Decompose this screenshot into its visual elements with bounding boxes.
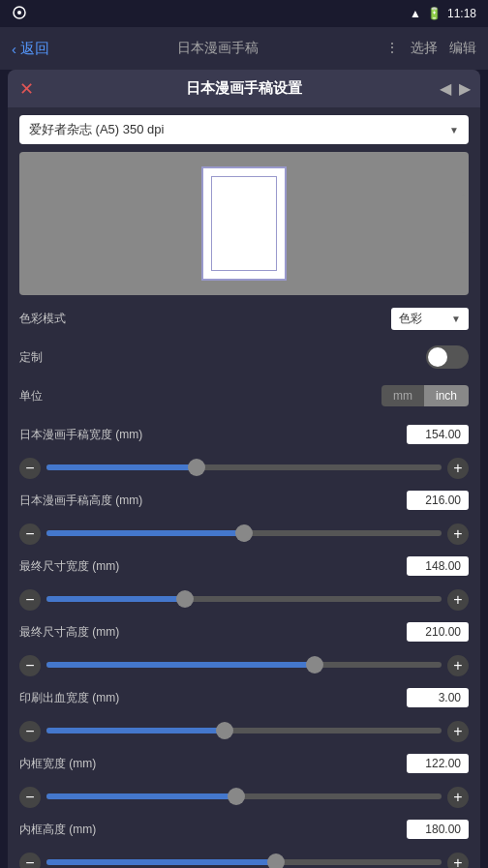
more-icon[interactable]: ⋮ [385, 40, 399, 57]
preset-row: 爱好者杂志 (A5) 350 dpi ▼ [8, 107, 480, 152]
inner-frame-width-label: 内框宽度 (mm) [19, 756, 407, 772]
battery-icon: 🔋 [427, 7, 442, 20]
color-mode-chevron-icon: ▼ [451, 314, 461, 324]
preview-inner-frame [211, 176, 277, 271]
inner-frame-height-minus[interactable]: − [19, 853, 41, 868]
final-height-slider[interactable] [46, 662, 442, 670]
final-height-minus[interactable]: − [19, 655, 41, 676]
final-width-plus[interactable]: + [447, 589, 469, 611]
inner-frame-width-slider-row: − + [19, 787, 469, 808]
bleed-width-plus[interactable]: + [447, 721, 469, 742]
manga-height-slider[interactable] [46, 530, 442, 538]
unit-mm-button[interactable]: mm [381, 385, 424, 406]
custom-row: 定制 [19, 342, 469, 373]
dialog-nav-icons: ◀ ▶ [440, 79, 471, 98]
inner-frame-height-slider-row: − + [19, 853, 469, 868]
settings-content: 色彩模式 色彩 ▼ 定制 单位 mm inch 日本漫画手稿宽度 (mm) 15… [8, 303, 480, 868]
bleed-width-value: 3.00 [407, 688, 469, 707]
custom-label: 定制 [19, 349, 426, 366]
inner-frame-width-value: 122.00 [407, 754, 469, 773]
final-width-slider[interactable] [46, 596, 442, 604]
close-button[interactable]: ✕ [19, 78, 34, 100]
manga-width-slider[interactable] [46, 464, 442, 472]
top-nav: ‹ 返回 日本漫画手稿 ⋮ 选择 编辑 [0, 27, 488, 70]
manga-height-value: 216.00 [407, 491, 469, 510]
color-mode-dropdown[interactable]: 色彩 ▼ [391, 308, 469, 330]
color-mode-value: 色彩 [399, 311, 422, 327]
final-width-label-row: 最终尺寸宽度 (mm) 148.00 [19, 551, 469, 582]
dropdown-chevron-icon: ▼ [449, 125, 459, 135]
custom-toggle[interactable] [426, 345, 469, 369]
final-width-minus[interactable]: − [19, 589, 41, 611]
bleed-width-label: 印刷出血宽度 (mm) [19, 690, 407, 706]
final-width-slider-row: − + [19, 589, 469, 611]
manga-height-plus[interactable]: + [447, 524, 469, 545]
back-button[interactable]: ‹ 返回 [12, 40, 49, 58]
manga-width-plus[interactable]: + [447, 458, 469, 479]
inner-frame-width-slider[interactable] [46, 793, 442, 801]
inner-frame-height-value: 180.00 [407, 820, 469, 839]
bleed-width-label-row: 印刷出血宽度 (mm) 3.00 [19, 682, 469, 713]
inner-frame-width-label-row: 内框宽度 (mm) 122.00 [19, 748, 469, 779]
preview-paper [201, 166, 287, 281]
manga-height-slider-row: − + [19, 524, 469, 545]
nav-prev-icon[interactable]: ◀ [440, 79, 451, 98]
nav-title: 日本漫画手稿 [57, 40, 378, 57]
unit-row: 单位 mm inch [19, 380, 469, 411]
final-width-label: 最终尺寸宽度 (mm) [19, 558, 407, 575]
manga-height-label-row: 日本漫画手稿高度 (mm) 216.00 [19, 485, 469, 516]
preset-value: 爱好者杂志 (A5) 350 dpi [29, 121, 164, 138]
color-mode-row: 色彩模式 色彩 ▼ [19, 303, 469, 334]
unit-inch-button[interactable]: inch [424, 385, 469, 406]
nav-next-icon[interactable]: ▶ [459, 79, 471, 98]
svg-point-1 [17, 11, 21, 15]
toggle-knob [428, 347, 447, 367]
final-height-plus[interactable]: + [447, 655, 469, 676]
manga-height-label: 日本漫画手稿高度 (mm) [19, 493, 407, 509]
action-select[interactable]: 选择 [411, 40, 438, 57]
color-mode-label: 色彩模式 [19, 311, 391, 327]
inner-frame-height-slider[interactable] [46, 859, 442, 867]
manga-width-value: 154.00 [407, 425, 469, 444]
inner-frame-height-plus[interactable]: + [447, 853, 469, 868]
dialog-title: 日本漫画手稿设置 [186, 79, 302, 98]
manga-width-slider-row: − + [19, 458, 469, 479]
inner-frame-width-plus[interactable]: + [447, 787, 469, 808]
action-edit[interactable]: 编辑 [449, 40, 476, 57]
final-height-label-row: 最终尺寸高度 (mm) 210.00 [19, 616, 469, 647]
dialog-header: ✕ 日本漫画手稿设置 ◀ ▶ [8, 70, 480, 107]
status-right: ▲ 🔋 11:18 [410, 7, 476, 20]
bleed-width-slider-row: − + [19, 721, 469, 742]
unit-label: 单位 [19, 388, 381, 404]
nav-actions: ⋮ 选择 编辑 [385, 40, 476, 57]
dialog: ✕ 日本漫画手稿设置 ◀ ▶ 爱好者杂志 (A5) 350 dpi ▼ 色彩模式… [8, 70, 480, 868]
manga-height-minus[interactable]: − [19, 524, 41, 545]
preset-dropdown[interactable]: 爱好者杂志 (A5) 350 dpi ▼ [19, 115, 469, 144]
unit-buttons: mm inch [381, 385, 469, 406]
inner-frame-height-label: 内框高度 (mm) [19, 822, 407, 838]
back-chevron-icon: ‹ [12, 41, 16, 57]
final-height-label: 最终尺寸高度 (mm) [19, 624, 407, 641]
bleed-width-slider[interactable] [46, 728, 442, 735]
final-height-value: 210.00 [407, 622, 469, 642]
manga-width-label: 日本漫画手稿宽度 (mm) [19, 427, 407, 443]
back-label: 返回 [20, 40, 49, 58]
manga-width-minus[interactable]: − [19, 458, 41, 479]
scroll-indicator [462, 195, 465, 233]
wifi-icon: ▲ [410, 7, 421, 20]
final-width-value: 148.00 [407, 556, 469, 576]
time-display: 11:18 [447, 7, 476, 20]
preview-area [19, 152, 469, 295]
final-height-slider-row: − + [19, 655, 469, 676]
bleed-width-minus[interactable]: − [19, 721, 41, 742]
manga-width-label-row: 日本漫画手稿宽度 (mm) 154.00 [19, 419, 469, 450]
status-bar: ▲ 🔋 11:18 [0, 0, 488, 27]
status-icons [12, 5, 27, 23]
inner-frame-height-label-row: 内框高度 (mm) 180.00 [19, 814, 469, 845]
inner-frame-width-minus[interactable]: − [19, 787, 41, 808]
